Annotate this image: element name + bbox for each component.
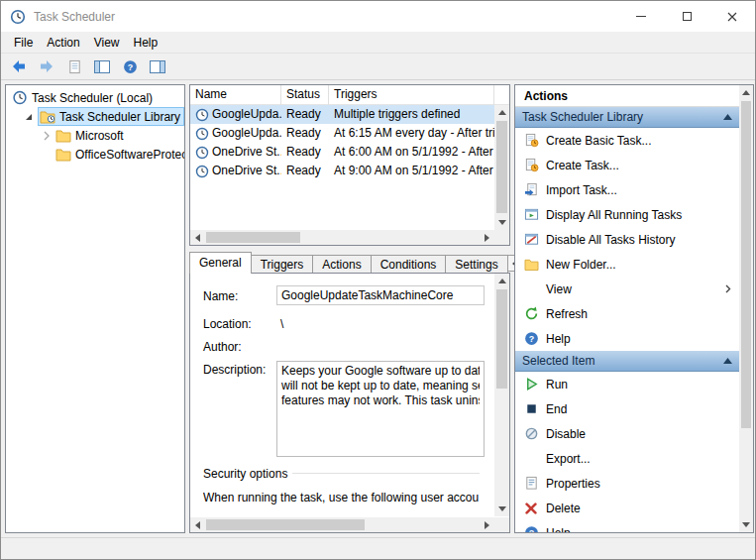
- action-label: Delete: [546, 502, 581, 515]
- scrollbar-corner: [494, 517, 509, 532]
- forward-button[interactable]: [37, 56, 56, 76]
- properties-icon: [524, 476, 539, 491]
- task-row[interactable]: OneDrive St... Ready At 9:00 AM on 5/1/1…: [190, 162, 494, 180]
- scroll-up-button[interactable]: [494, 105, 509, 120]
- menu-bar: File Action View Help: [1, 32, 755, 54]
- action-import-task[interactable]: Import Task...: [515, 177, 739, 202]
- actions-vscrollbar[interactable]: [739, 85, 753, 532]
- action-label: Run: [546, 378, 568, 392]
- scroll-left-button[interactable]: [190, 230, 205, 245]
- console-tree-toggle-button[interactable]: [92, 56, 112, 76]
- help-icon: ?: [524, 331, 539, 346]
- minimize-button[interactable]: [618, 1, 664, 32]
- vscroll-thumb[interactable]: [496, 289, 507, 389]
- tab-triggers[interactable]: Triggers: [251, 255, 314, 274]
- window-title: Task Scheduler: [34, 10, 115, 24]
- column-header-name[interactable]: Name: [190, 85, 281, 105]
- security-options-heading: Security options: [203, 467, 287, 481]
- task-list-header: Name Status Triggers: [190, 85, 509, 105]
- name-field[interactable]: GoogleUpdateTaskMachineCore: [276, 285, 485, 305]
- details-hscrollbar[interactable]: [190, 517, 494, 532]
- back-button[interactable]: [9, 56, 29, 76]
- close-button[interactable]: [709, 1, 755, 32]
- task-list-panel: Name Status Triggers GoogleUpda... Ready…: [189, 84, 510, 246]
- description-field[interactable]: Keeps your Google software up to date wi…: [276, 361, 485, 457]
- task-row[interactable]: OneDrive St... Ready At 6:00 AM on 5/1/1…: [190, 143, 494, 162]
- vscroll-thumb[interactable]: [496, 121, 507, 213]
- column-header-triggers[interactable]: Triggers: [329, 85, 494, 105]
- task-row[interactable]: GoogleUpda... Ready Multiple triggers de…: [190, 105, 494, 124]
- action-label: Help: [546, 332, 571, 346]
- action-properties[interactable]: Properties: [515, 471, 739, 496]
- console-tree-panel: Task Scheduler (Local) Task Scheduler Li…: [5, 84, 185, 533]
- action-run[interactable]: Run: [515, 372, 739, 396]
- task-list-vscrollbar[interactable]: [494, 105, 509, 230]
- task-list-hscrollbar[interactable]: [190, 230, 494, 245]
- action-pane-toggle-button[interactable]: [148, 56, 167, 76]
- console-tree-toggle-icon: [94, 60, 110, 73]
- scroll-left-button[interactable]: [190, 517, 205, 532]
- action-create-task[interactable]: Create Task...: [515, 153, 739, 177]
- details-vscrollbar[interactable]: [494, 274, 509, 516]
- tree-item-microsoft[interactable]: Microsoft: [42, 126, 124, 145]
- delete-icon: [524, 502, 538, 515]
- action-view[interactable]: View: [515, 277, 739, 301]
- arrow-down-icon: [742, 522, 750, 527]
- tree-item-task-scheduler-local[interactable]: Task Scheduler (Local): [12, 88, 153, 107]
- scroll-right-button[interactable]: [480, 517, 494, 532]
- svg-text:?: ?: [528, 528, 533, 533]
- tree-selected-item[interactable]: Task Scheduler Library: [38, 107, 184, 126]
- arrow-left-icon: [195, 234, 200, 242]
- action-create-basic-task[interactable]: Create Basic Task...: [515, 128, 739, 153]
- tree-expander-expanded-icon[interactable]: [24, 112, 34, 122]
- hscroll-thumb[interactable]: [206, 519, 365, 530]
- section-header-selected-item[interactable]: Selected Item: [515, 351, 739, 372]
- menu-action[interactable]: Action: [40, 32, 86, 54]
- scroll-up-button[interactable]: [739, 85, 753, 100]
- task-row[interactable]: GoogleUpda... Ready At 6:15 AM every day…: [190, 124, 494, 143]
- action-label: Refresh: [546, 307, 588, 321]
- collapse-icon[interactable]: [723, 358, 732, 364]
- tab-conditions[interactable]: Conditions: [371, 255, 447, 274]
- scroll-up-button[interactable]: [494, 274, 509, 288]
- scroll-down-button[interactable]: [494, 215, 509, 230]
- tree-item-label: Microsoft: [75, 129, 124, 143]
- menu-view[interactable]: View: [87, 32, 127, 54]
- action-refresh[interactable]: Refresh: [515, 301, 739, 326]
- help-toolbar-button[interactable]: ?: [120, 56, 140, 76]
- column-header-status[interactable]: Status: [281, 85, 329, 105]
- action-end[interactable]: End: [515, 396, 739, 421]
- action-help[interactable]: ? Help: [515, 326, 739, 351]
- tree-expander-collapsed-icon[interactable]: [42, 131, 52, 141]
- task-clock-icon: [195, 165, 209, 178]
- action-new-folder[interactable]: New Folder...: [515, 252, 739, 277]
- arrow-right-icon: [485, 234, 489, 242]
- details-panel: General Triggers Actions Conditions Sett…: [189, 252, 510, 533]
- maximize-button[interactable]: [664, 1, 709, 32]
- action-help-selected[interactable]: ? Help: [515, 520, 739, 533]
- location-value: \: [280, 317, 283, 331]
- general-tab-content: Name: GoogleUpdateTaskMachineCore Locati…: [189, 273, 510, 533]
- action-disable[interactable]: Disable: [515, 421, 739, 446]
- tab-general[interactable]: General: [189, 252, 252, 274]
- vscroll-thumb[interactable]: [741, 101, 751, 428]
- scroll-right-button[interactable]: [480, 230, 494, 245]
- tree-item-task-scheduler-library[interactable]: Task Scheduler Library: [24, 107, 184, 126]
- description-line: features may not work. This task uninst: [281, 393, 480, 408]
- export-list-button[interactable]: [64, 56, 84, 76]
- action-delete[interactable]: Delete: [515, 496, 739, 520]
- tree-item-officesoftwareprotect[interactable]: OfficeSoftwareProtect: [55, 145, 185, 164]
- menu-file[interactable]: File: [7, 32, 40, 54]
- task-clock-icon: [195, 127, 209, 141]
- action-display-all-running-tasks[interactable]: Display All Running Tasks: [515, 202, 739, 227]
- scroll-down-button[interactable]: [739, 517, 753, 532]
- hscroll-thumb[interactable]: [206, 232, 300, 243]
- action-export[interactable]: Export...: [515, 446, 739, 471]
- scroll-down-button[interactable]: [494, 502, 509, 516]
- collapse-icon[interactable]: [723, 114, 732, 120]
- tab-settings[interactable]: Settings: [445, 255, 507, 274]
- section-header-task-scheduler-library[interactable]: Task Scheduler Library: [515, 107, 739, 128]
- action-disable-all-tasks-history[interactable]: Disable All Tasks History: [515, 227, 739, 252]
- menu-help[interactable]: Help: [127, 32, 165, 54]
- tab-actions[interactable]: Actions: [312, 255, 371, 274]
